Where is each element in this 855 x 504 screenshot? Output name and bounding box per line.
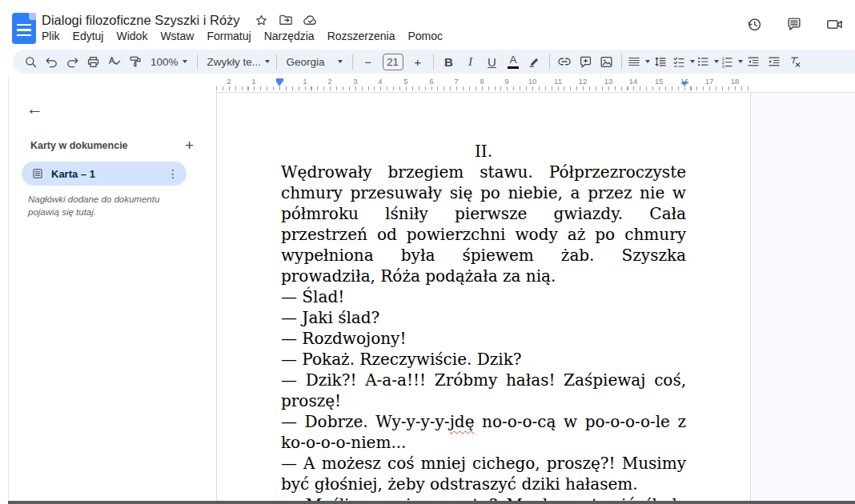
highlight-color-icon[interactable] (524, 51, 544, 72)
divider (352, 54, 353, 70)
ruler-number: 2 (327, 77, 331, 86)
menu-widok[interactable]: Widok (110, 28, 154, 44)
line-spacing-icon[interactable] (651, 51, 671, 72)
first-line-indent-marker[interactable] (276, 78, 283, 82)
bold-button[interactable]: B (439, 51, 460, 72)
dialogue-line[interactable]: — Dzik?! A-a-a!!! Zróbmy hałas! Zaśpiewa… (281, 370, 686, 411)
menu-plik[interactable]: Plik (35, 28, 66, 44)
undo-icon[interactable] (42, 51, 62, 72)
ruler-number: 17 (705, 77, 714, 86)
text-color-button[interactable]: A (504, 51, 524, 72)
google-docs-window: Dialogi filozoficzne Szyszki i Róży Plik… (0, 0, 855, 504)
font-size-field[interactable]: 21 (383, 54, 403, 70)
version-history-icon[interactable] (741, 11, 767, 37)
insert-link-icon[interactable] (555, 51, 575, 72)
checklist-button[interactable] (672, 51, 695, 72)
menu-pomoc[interactable]: Pomoc (401, 28, 449, 44)
zoom-control[interactable]: 100% (146, 51, 192, 72)
clear-formatting-icon[interactable] (785, 51, 805, 72)
underline-button[interactable]: U (482, 51, 503, 72)
left-indent-marker[interactable] (276, 82, 283, 86)
chapter-heading[interactable]: II. (281, 141, 686, 162)
back-arrow-icon[interactable]: ← (26, 99, 43, 118)
misspelled-word[interactable]: jdę (450, 412, 475, 431)
docs-logo-fold (29, 13, 36, 20)
workspace: 2 1 1 2 3 4 5 6 7 8 9 10 11 12 13 14 15 … (0, 75, 855, 504)
top-bar: Dialogi filozoficzne Szyszki i Róży Plik… (0, 0, 855, 48)
italic-button[interactable]: I (460, 51, 481, 72)
style-value: Zwykły te... (207, 56, 262, 68)
dialogue-line[interactable]: — Myślisz, są jeszcze tu? Mogły zostawić… (281, 494, 686, 501)
ruler-number: 14 (629, 77, 638, 86)
increase-indent-icon[interactable] (765, 51, 785, 72)
comment-history-icon[interactable] (781, 11, 807, 37)
ruler-number: 7 (454, 77, 458, 86)
document-page[interactable]: II. Wędrowały brzegiem stawu. Półprzezro… (216, 93, 751, 501)
ruler-number: 12 (579, 77, 588, 86)
move-to-folder-icon[interactable] (277, 11, 295, 29)
add-tab-icon[interactable]: + (185, 137, 194, 154)
menu-formatuj[interactable]: Formatuj (200, 28, 257, 44)
paragraph[interactable]: Wędrowały brzegiem stawu. Półprzezroczys… (281, 162, 686, 286)
chevron-down-icon (338, 60, 343, 63)
tab-item-karta-1[interactable]: Karta – 1 ⋮ (22, 162, 187, 186)
title-icons (253, 11, 320, 29)
menu-narzedzia[interactable]: Narzędzia (258, 28, 321, 44)
divider (621, 54, 622, 70)
dialogue-text: — Dobrze. Wy-y-y-y- (281, 412, 450, 431)
decrease-indent-icon[interactable] (744, 51, 764, 72)
right-indent-marker[interactable] (681, 82, 688, 86)
align-button[interactable] (627, 51, 650, 72)
star-icon[interactable] (253, 11, 271, 29)
ruler-number: 1 (251, 77, 255, 86)
menu-edytuj[interactable]: Edytuj (66, 28, 110, 44)
document-title[interactable]: Dialogi filozoficzne Szyszki i Róży (42, 13, 240, 28)
divider (433, 54, 434, 70)
tab-document-icon (31, 167, 44, 180)
menu-rozszerzenia[interactable]: Rozszerzenia (321, 28, 402, 44)
video-call-icon[interactable] (821, 11, 847, 37)
menu-wstaw[interactable]: Wstaw (154, 28, 200, 44)
ruler-number: 6 (429, 77, 433, 86)
dialogue-line[interactable]: — Rozdwojony! (281, 328, 686, 349)
ruler-number: 2 (227, 77, 231, 86)
tab-options-kebab-icon[interactable]: ⋮ (167, 167, 179, 180)
search-menus-icon[interactable] (21, 51, 41, 72)
insert-image-icon[interactable] (596, 51, 616, 72)
numbered-list-button[interactable]: 123 (720, 51, 743, 72)
decrease-font-size-button[interactable]: − (358, 51, 379, 72)
print-icon[interactable] (83, 51, 103, 72)
chevron-down-icon (645, 60, 650, 63)
horizontal-ruler[interactable]: 2 1 1 2 3 4 5 6 7 8 9 10 11 12 13 14 15 … (216, 75, 855, 93)
redo-icon[interactable] (62, 51, 82, 72)
dialogue-line[interactable]: — A możesz coś mniej cichego, proszę?! M… (281, 453, 686, 494)
dialogue-line[interactable]: — Ślad! (281, 286, 686, 307)
tab-label: Karta – 1 (51, 168, 167, 180)
docs-logo-lines (17, 24, 31, 37)
ruler-number: 5 (403, 77, 407, 86)
tabs-empty-note: Nagłówki dodane do dokumentu pojawią się… (28, 194, 168, 218)
text-color-glyph: A (508, 54, 519, 69)
increase-font-size-button[interactable]: + (407, 51, 428, 72)
font-family-control[interactable]: Georgia (282, 51, 347, 72)
docs-logo-icon[interactable] (12, 13, 36, 44)
paint-format-icon[interactable] (125, 51, 145, 72)
dialogue-line[interactable]: — Dobrze. Wy-y-y-y-jdę no-o-o-cą w po-o-… (281, 411, 686, 453)
ruler-number: 18 (731, 77, 740, 86)
chevron-down-icon (265, 60, 270, 63)
add-comment-icon[interactable] (576, 51, 596, 72)
document-tabs-sidebar: ← Karty w dokumencie + Karta – 1 ⋮ Nagłó… (8, 75, 216, 501)
bulleted-list-button[interactable] (696, 51, 719, 72)
chevron-down-icon (183, 60, 187, 63)
ruler-number: 11 (554, 77, 562, 86)
spell-check-icon[interactable] (104, 51, 124, 72)
dialogue-line[interactable]: — Pokaż. Rzeczywiście. Dzik? (281, 349, 686, 370)
ruler-number: 3 (353, 77, 357, 86)
tabs-title: Karty w dokumencie (30, 140, 128, 151)
ruler-number: 8 (480, 77, 484, 86)
chevron-down-icon (738, 60, 743, 63)
dialogue-line[interactable]: — Jaki ślad? (281, 307, 686, 328)
cloud-saved-icon[interactable] (301, 11, 320, 29)
paragraph-style-control[interactable]: Zwykły te... (203, 51, 271, 72)
tabs-header: Karty w dokumencie + (30, 137, 194, 154)
